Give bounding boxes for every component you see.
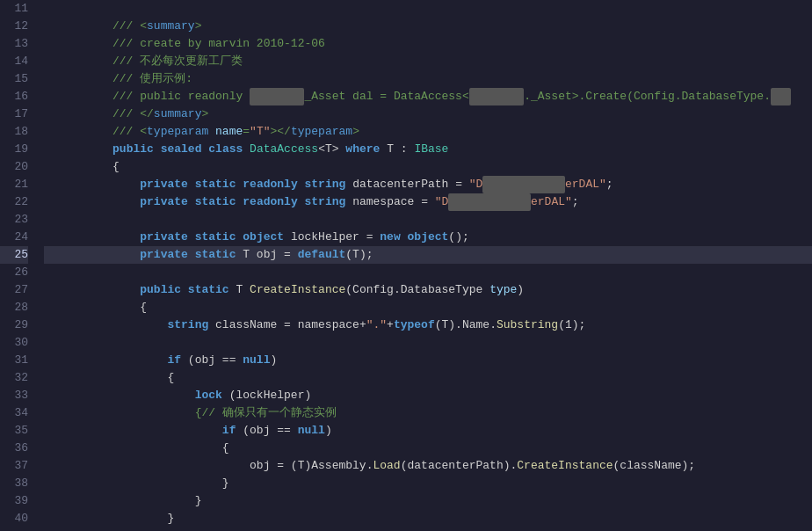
line-num-13: 13 (0, 35, 28, 53)
line-num-34: 34 (0, 404, 28, 422)
line-num-20: 20 (0, 158, 28, 176)
line-num-16: 16 (0, 88, 28, 105)
line-num-21: 21 (0, 176, 28, 193)
line-num-38: 38 (0, 475, 28, 492)
line-num-12: 12 (0, 18, 28, 35)
line-num-40: 40 (0, 510, 28, 527)
line-num-24: 24 (0, 229, 28, 246)
line-num-26: 26 (0, 264, 28, 281)
code-editor: 11 12 13 14 15 16 17 18 19 20 21 22 23 2… (0, 0, 812, 531)
line-num-18: 18 (0, 123, 28, 141)
line-num-14: 14 (0, 53, 28, 70)
code-line-23: private static object lockHelper = new o… (44, 211, 812, 229)
line-num-32: 32 (0, 369, 28, 387)
line-num-29: 29 (0, 316, 28, 334)
code-line-20: private static readonly string datacente… (44, 158, 812, 176)
code-text[interactable]: /// <summary> /// create by marvin 2010-… (37, 0, 812, 531)
code-line-26: public static T CreateInstance(Config.Da… (44, 264, 812, 281)
line-num-37: 37 (0, 457, 28, 475)
line-num-17: 17 (0, 105, 28, 123)
line-num-15: 15 (0, 70, 28, 88)
line-num-19: 19 (0, 141, 28, 158)
line-num-31: 31 (0, 352, 28, 369)
line-num-35: 35 (0, 422, 28, 440)
line-num-28: 28 (0, 299, 28, 316)
line-num-22: 22 (0, 193, 28, 211)
line-num-36: 36 (0, 440, 28, 457)
line-num-23: 23 (0, 211, 28, 229)
line-num-30: 30 (0, 334, 28, 352)
code-line-28: string className = namespace+"."+typeof(… (44, 299, 812, 316)
line-num-25: 25 (0, 246, 28, 264)
line-num-33: 33 (0, 387, 28, 404)
line-num-11: 11 (0, 0, 28, 18)
code-line-11: /// <summary> (44, 0, 812, 18)
line-num-39: 39 (0, 492, 28, 510)
line-num-27: 27 (0, 281, 28, 299)
code-line-30: if (obj == null) (44, 334, 812, 352)
line-numbers: 11 12 13 14 15 16 17 18 19 20 21 22 23 2… (0, 0, 37, 531)
